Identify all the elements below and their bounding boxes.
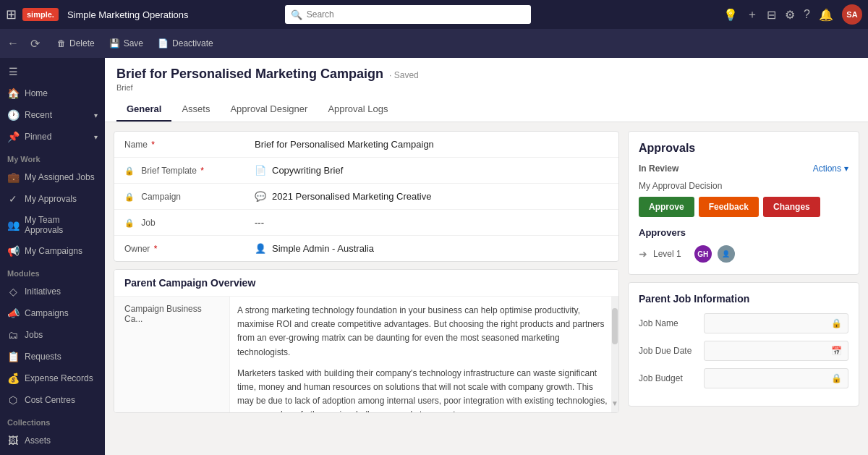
scrollbar-thumb	[612, 308, 618, 344]
sidebar-item-cost-centres[interactable]: ⬡ Cost Centres	[0, 389, 105, 411]
form-row-campaign: 🔒 Campaign 💬 2021 Personalised Marketing…	[114, 184, 618, 210]
sidebar-item-recent[interactable]: 🕐 Recent ▾	[0, 104, 105, 126]
top-nav-right: 💡 ＋ ⊟ ⚙ ? 🔔 SA	[723, 4, 862, 25]
field-value-campaign[interactable]: 💬 2021 Personalised Marketing Creative	[244, 184, 618, 210]
tab-assets[interactable]: Assets	[171, 98, 220, 122]
field-value-brief-template[interactable]: 📄 Copywriting Brief	[244, 158, 618, 184]
approvals-icon: ✓	[7, 193, 19, 205]
lock-icon: 🔒	[124, 218, 135, 227]
sidebar-item-label: Expense Records	[25, 373, 93, 383]
action-bar: ← ⟳ 🗑 Delete 💾 Save 📄 Deactivate	[0, 29, 868, 58]
right-column: Approvals In Review Actions ▾ My Approva…	[628, 131, 859, 446]
deactivate-button[interactable]: 📄 Deactivate	[152, 35, 219, 51]
form-row-owner: Owner * 👤 Simple Admin - Australia	[114, 236, 618, 262]
home-icon: 🏠	[7, 88, 19, 99]
filter-icon[interactable]: ⊟	[767, 8, 776, 22]
lightbulb-icon[interactable]: 💡	[723, 8, 738, 22]
tab-approval-designer[interactable]: Approval Designer	[220, 98, 318, 122]
settings-icon[interactable]: ⚙	[785, 8, 795, 22]
document-icon: 📄	[255, 165, 266, 176]
sidebar-item-pinned[interactable]: 📌 Pinned ▾	[0, 126, 105, 148]
lock-icon: 🔒	[831, 373, 842, 383]
feedback-button[interactable]: Feedback	[699, 197, 759, 217]
parent-field-input-job-name[interactable]: 🔒	[704, 313, 848, 333]
tab-general[interactable]: General	[116, 98, 171, 122]
waffle-menu-icon[interactable]: ⊞	[6, 7, 17, 22]
sidebar-item-assigned-jobs[interactable]: 💼 My Assigned Jobs	[0, 166, 105, 188]
actions-label: Actions	[813, 163, 841, 174]
sidebar-item-label: My Team Approvals	[25, 215, 98, 235]
field-label-owner: Owner *	[114, 236, 244, 262]
tab-approval-logs[interactable]: Approval Logs	[318, 98, 398, 122]
parent-field-input-budget[interactable]: 🔒	[704, 368, 848, 388]
sidebar-item-library[interactable]: 📚 Library	[0, 451, 105, 455]
user-avatar[interactable]: SA	[842, 4, 862, 25]
sidebar-item-assets[interactable]: 🖼 Assets	[0, 430, 105, 451]
sidebar-toggle[interactable]: ☰	[0, 61, 105, 82]
sidebar-item-campaigns[interactable]: 📣 Campaigns	[0, 302, 105, 324]
back-icon[interactable]: ←	[7, 37, 19, 50]
section-label: My Work	[7, 155, 41, 163]
logo-badge: simple.	[22, 8, 59, 21]
approvals-panel: Approvals In Review Actions ▾ My Approva…	[628, 131, 859, 275]
sidebar-item-initiatives[interactable]: ◇ Initiatives	[0, 281, 105, 302]
search-bar[interactable]: 🔍	[285, 5, 531, 24]
app-name: Simple Marketing Operations	[67, 9, 189, 20]
actions-button[interactable]: Actions ▾	[813, 163, 848, 174]
campaign-text-content[interactable]: A strong marketing technology foundation…	[230, 297, 618, 412]
changes-button[interactable]: Changes	[763, 197, 820, 217]
parent-field-label-job-name: Job Name	[639, 318, 704, 328]
approver-avatar-img: 👤	[716, 244, 736, 264]
approval-buttons: Approve Feedback Changes	[639, 197, 848, 217]
plus-icon[interactable]: ＋	[746, 7, 758, 22]
calendar-icon: 📅	[831, 346, 842, 356]
arrow-icon: ➜	[639, 248, 647, 260]
field-label-job: 🔒 Job	[114, 210, 244, 236]
page-title-row: Brief for Personalised Marketing Campaig…	[116, 67, 856, 82]
search-input[interactable]	[307, 9, 525, 20]
parent-job-panel: Parent Job Information Job Name 🔒 Job Du…	[628, 282, 859, 407]
field-row: 📄 Copywriting Brief	[255, 165, 608, 176]
parent-form-row-budget: Job Budget 🔒	[639, 368, 848, 388]
delete-icon: 🗑	[57, 38, 66, 48]
deactivate-icon: 📄	[158, 38, 169, 48]
delete-button[interactable]: 🗑 Delete	[51, 35, 101, 51]
top-navigation: ⊞ simple. Simple Marketing Operations 🔍 …	[0, 0, 868, 29]
parent-form-row-job-name: Job Name 🔒	[639, 313, 848, 333]
sidebar-item-requests[interactable]: 📋 Requests	[0, 346, 105, 367]
field-value-name[interactable]: Brief for Personalised Marketing Campaig…	[244, 132, 618, 158]
toolbar-actions: 🗑 Delete 💾 Save 📄 Deactivate	[51, 35, 219, 51]
form-row-name: Name * Brief for Personalised Marketing …	[114, 132, 618, 158]
campaign-overview-inner: Campaign Business Ca... A strong marketi…	[114, 297, 618, 412]
sidebar-item-label: My Assigned Jobs	[25, 172, 95, 182]
module-campaigns-icon: 📣	[7, 307, 19, 319]
notifications-icon[interactable]: 🔔	[819, 8, 833, 22]
refresh-icon[interactable]: ⟳	[30, 37, 40, 51]
approve-button[interactable]: Approve	[639, 197, 694, 217]
approvers-row: ➜ Level 1 GH 👤	[639, 244, 848, 264]
sidebar-item-my-campaigns[interactable]: 📢 My Campaigns	[0, 240, 105, 262]
my-work-header: My Work	[0, 148, 105, 166]
sidebar-item-jobs[interactable]: 🗂 Jobs	[0, 324, 105, 346]
campaign-paragraph-2: Marketers tasked with building their com…	[237, 367, 611, 412]
brief-form-card: Name * Brief for Personalised Marketing …	[114, 131, 619, 262]
section-label: Collections	[7, 418, 50, 427]
in-review-label: In Review	[639, 163, 678, 174]
sidebar-item-home[interactable]: 🏠 Home	[0, 82, 105, 104]
parent-field-input-due-date[interactable]: 📅	[704, 341, 848, 361]
sidebar-item-team-approvals[interactable]: 👥 My Team Approvals	[0, 210, 105, 240]
sidebar-item-expense-records[interactable]: 💰 Expense Records	[0, 367, 105, 389]
sidebar-item-label: Assets	[25, 435, 51, 446]
lock-icon: 🔒	[124, 166, 135, 175]
content-area: Brief for Personalised Marketing Campaig…	[105, 58, 868, 455]
sidebar-item-label: Home	[25, 88, 48, 98]
field-value-owner[interactable]: 👤 Simple Admin - Australia	[244, 236, 618, 262]
sidebar-item-my-approvals[interactable]: ✓ My Approvals	[0, 188, 105, 210]
section-label: Modules	[7, 269, 40, 278]
sidebar-item-label: Cost Centres	[25, 395, 75, 405]
save-button[interactable]: 💾 Save	[103, 35, 149, 51]
help-icon[interactable]: ?	[804, 8, 810, 21]
collections-header: Collections	[0, 411, 105, 430]
scroll-down-icon: ▼	[611, 398, 618, 409]
field-value-job[interactable]: ---	[244, 210, 618, 236]
